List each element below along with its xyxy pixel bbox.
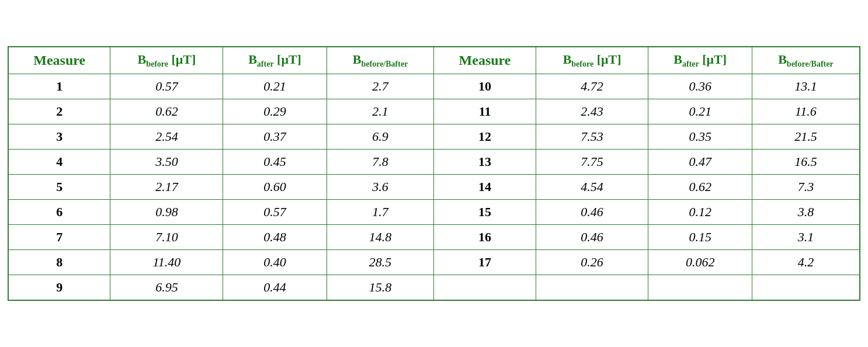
- measurements-table: Measure Bbefore [μT] Bafter [μT] Bbefore…: [8, 46, 860, 301]
- empty-cell: [752, 275, 860, 301]
- right-measure-cell: 15: [434, 200, 536, 225]
- table-row: 77.100.4814.8160.460.153.1: [8, 225, 860, 250]
- right-b-after-cell: 0.062: [648, 250, 752, 275]
- right-b-after-cell: 0.36: [648, 74, 752, 99]
- right-b-after-cell: 0.47: [648, 150, 752, 175]
- header-measure-right: Measure: [434, 47, 536, 74]
- right-b-before-cell: 7.75: [536, 150, 648, 175]
- left-measure-cell: 3: [8, 124, 110, 150]
- right-b-ratio-cell: 11.6: [752, 99, 860, 124]
- right-b-before-cell: 7.53: [536, 124, 648, 150]
- left-b-ratio-cell: 2.7: [327, 74, 434, 99]
- left-b-ratio-cell: 6.9: [327, 124, 434, 150]
- table-row: 52.170.603.6144.540.627.3: [8, 175, 860, 200]
- left-b-before-cell: 2.54: [110, 124, 223, 150]
- right-measure-cell: 12: [434, 124, 536, 150]
- left-b-before-cell: 3.50: [110, 150, 223, 175]
- right-measure-cell: 13: [434, 150, 536, 175]
- table-row: 10.570.212.7104.720.3613.1: [8, 74, 860, 99]
- left-b-after-cell: 0.44: [223, 275, 327, 301]
- right-measure-cell: 14: [434, 175, 536, 200]
- header-measure-left: Measure: [8, 47, 110, 74]
- right-b-ratio-cell: 7.3: [752, 175, 860, 200]
- left-measure-cell: 9: [8, 275, 110, 301]
- empty-cell: [434, 275, 536, 301]
- header-row: Measure Bbefore [μT] Bafter [μT] Bbefore…: [8, 47, 860, 74]
- right-b-before-cell: 0.46: [536, 225, 648, 250]
- left-b-after-cell: 0.29: [223, 99, 327, 124]
- left-b-after-cell: 0.40: [223, 250, 327, 275]
- table-row: 32.540.376.9127.530.3521.5: [8, 124, 860, 150]
- header-b-after-right: Bafter [μT]: [648, 47, 752, 74]
- right-b-before-cell: 4.54: [536, 175, 648, 200]
- right-b-ratio-cell: 3.8: [752, 200, 860, 225]
- right-b-ratio-cell: 13.1: [752, 74, 860, 99]
- table-row: 60.980.571.7150.460.123.8: [8, 200, 860, 225]
- left-measure-cell: 8: [8, 250, 110, 275]
- right-measure-cell: 11: [434, 99, 536, 124]
- right-b-before-cell: 0.26: [536, 250, 648, 275]
- table-container: Measure Bbefore [μT] Bafter [μT] Bbefore…: [8, 46, 860, 301]
- right-b-after-cell: 0.12: [648, 200, 752, 225]
- left-b-before-cell: 0.62: [110, 99, 223, 124]
- right-b-before-cell: 0.46: [536, 200, 648, 225]
- right-measure-cell: 17: [434, 250, 536, 275]
- left-measure-cell: 4: [8, 150, 110, 175]
- header-b-before-right: Bbefore [μT]: [536, 47, 648, 74]
- left-b-ratio-cell: 15.8: [327, 275, 434, 301]
- left-b-before-cell: 2.17: [110, 175, 223, 200]
- empty-cell: [536, 275, 648, 301]
- left-b-ratio-cell: 3.6: [327, 175, 434, 200]
- table-row: 96.950.4415.8: [8, 275, 860, 301]
- table-row: 811.400.4028.5170.260.0624.2: [8, 250, 860, 275]
- right-b-after-cell: 0.21: [648, 99, 752, 124]
- right-b-ratio-cell: 3.1: [752, 225, 860, 250]
- right-b-after-cell: 0.35: [648, 124, 752, 150]
- right-b-before-cell: 4.72: [536, 74, 648, 99]
- left-b-ratio-cell: 28.5: [327, 250, 434, 275]
- left-b-before-cell: 6.95: [110, 275, 223, 301]
- table-row: 20.620.292.1112.430.2111.6: [8, 99, 860, 124]
- left-measure-cell: 6: [8, 200, 110, 225]
- header-b-ratio-right: Bbefore/Bafter: [752, 47, 860, 74]
- right-b-after-cell: 0.15: [648, 225, 752, 250]
- table-row: 43.500.457.8137.750.4716.5: [8, 150, 860, 175]
- right-b-ratio-cell: 21.5: [752, 124, 860, 150]
- left-b-before-cell: 0.57: [110, 74, 223, 99]
- left-b-after-cell: 0.37: [223, 124, 327, 150]
- header-b-ratio-left: Bbefore/Bafter: [327, 47, 434, 74]
- left-b-after-cell: 0.60: [223, 175, 327, 200]
- left-b-after-cell: 0.21: [223, 74, 327, 99]
- left-b-after-cell: 0.57: [223, 200, 327, 225]
- left-measure-cell: 5: [8, 175, 110, 200]
- left-b-before-cell: 7.10: [110, 225, 223, 250]
- left-b-before-cell: 11.40: [110, 250, 223, 275]
- left-measure-cell: 2: [8, 99, 110, 124]
- header-b-after-left: Bafter [μT]: [223, 47, 327, 74]
- right-b-after-cell: 0.62: [648, 175, 752, 200]
- empty-cell: [648, 275, 752, 301]
- right-b-before-cell: 2.43: [536, 99, 648, 124]
- right-b-ratio-cell: 4.2: [752, 250, 860, 275]
- left-b-ratio-cell: 2.1: [327, 99, 434, 124]
- left-b-before-cell: 0.98: [110, 200, 223, 225]
- header-b-before-left: Bbefore [μT]: [110, 47, 223, 74]
- left-b-after-cell: 0.45: [223, 150, 327, 175]
- left-b-ratio-cell: 14.8: [327, 225, 434, 250]
- left-b-ratio-cell: 1.7: [327, 200, 434, 225]
- right-measure-cell: 10: [434, 74, 536, 99]
- left-measure-cell: 7: [8, 225, 110, 250]
- right-measure-cell: 16: [434, 225, 536, 250]
- left-b-after-cell: 0.48: [223, 225, 327, 250]
- left-b-ratio-cell: 7.8: [327, 150, 434, 175]
- right-b-ratio-cell: 16.5: [752, 150, 860, 175]
- left-measure-cell: 1: [8, 74, 110, 99]
